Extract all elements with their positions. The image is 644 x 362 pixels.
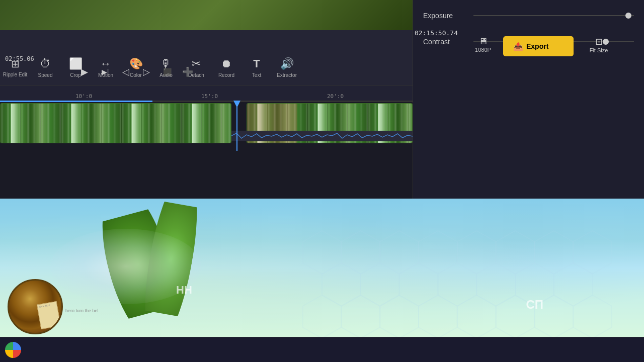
- svg-marker-0: [303, 231, 342, 274]
- svg-marker-10: [399, 263, 438, 306]
- video-clip-left[interactable]: [0, 103, 231, 143]
- color-label: Color: [130, 72, 142, 78]
- fit-size-button[interactable]: ⊡ Fit Size: [584, 36, 614, 53]
- export-button[interactable]: 📤 Export: [503, 36, 574, 56]
- svg-marker-3: [419, 231, 457, 274]
- exposure-label: Exposure: [423, 12, 463, 20]
- svg-marker-16: [341, 295, 380, 337]
- detach-icon: ✂: [192, 57, 201, 70]
- left-timecode-value: 02:55.06: [5, 55, 34, 62]
- ruler-mark-1: 10':0: [75, 93, 92, 100]
- svg-marker-11: [438, 263, 476, 306]
- playhead[interactable]: [236, 101, 237, 151]
- fit-size-label: Fit Size: [590, 47, 608, 53]
- text-icon: T: [253, 57, 260, 70]
- svg-marker-15: [303, 295, 342, 337]
- video-preview-image: [0, 0, 413, 30]
- svg-marker-22: [573, 295, 612, 337]
- taskbar: [0, 337, 644, 362]
- speed-button[interactable]: ⏱ Speed: [30, 52, 60, 82]
- detach-button[interactable]: ✂ Detach: [181, 52, 211, 82]
- svg-marker-1: [341, 231, 380, 274]
- audio-icon: 🎙: [160, 57, 172, 70]
- ripple-edit-label: Ripple Edit: [3, 72, 27, 77]
- fit-size-icon: ⊡: [595, 36, 603, 47]
- vinyl-caption-text: hero turn the bel: [65, 308, 99, 313]
- text-button[interactable]: T Text: [242, 52, 272, 82]
- exposure-row: Exposure: [423, 8, 634, 24]
- desktop-wallpaper: HH СП: [0, 199, 644, 337]
- svg-marker-12: [476, 263, 515, 306]
- svg-marker-18: [419, 295, 457, 337]
- toolbar: ▶ ▶| ◁ ▷ ⬛ ➕ ⊞ Ripple Edit ⏱ Speed ⬜ Cro…: [0, 30, 413, 85]
- text-label: Text: [252, 72, 261, 78]
- timecode-value: 02:15:50.74: [415, 29, 458, 37]
- svg-marker-2: [380, 231, 419, 274]
- timeline-ruler: 10':0 15':0 20':0 25':0 30':0: [0, 85, 413, 101]
- exposure-thumb[interactable]: [625, 13, 631, 19]
- export-icon: 📤: [513, 42, 523, 51]
- quality-button[interactable]: 🖥 1080P: [468, 36, 498, 53]
- svg-marker-4: [457, 231, 496, 274]
- extractor-label: Extractor: [277, 72, 297, 78]
- detach-label: Detach: [188, 72, 204, 78]
- svg-marker-9: [361, 263, 399, 306]
- svg-marker-17: [380, 295, 419, 337]
- timecode-display: 02:15:50.74: [415, 29, 458, 37]
- audio-button[interactable]: 🎙 Audio: [151, 52, 181, 82]
- video-track[interactable]: [0, 101, 413, 151]
- speed-icon: ⏱: [40, 57, 51, 70]
- vinyl-caption: hero turn the bel: [65, 308, 99, 314]
- book-text: BOOK TEXT: [38, 303, 55, 308]
- speed-label: Speed: [38, 72, 53, 78]
- crop-button[interactable]: ⬜ Crop: [60, 52, 91, 82]
- timeline-progress: [0, 101, 413, 102]
- record-label: Record: [218, 72, 234, 78]
- color-button[interactable]: 🎨 Color: [121, 52, 151, 82]
- exposure-slider[interactable]: [473, 15, 634, 16]
- audio-label: Audio: [159, 72, 173, 78]
- motion-label: Motion: [98, 72, 113, 78]
- motion-icon: ↔: [100, 57, 111, 70]
- svg-marker-6: [534, 231, 573, 274]
- audio-track: [231, 131, 413, 141]
- record-icon: ⏺: [221, 57, 232, 70]
- svg-marker-14: [554, 263, 593, 306]
- svg-marker-5: [496, 231, 535, 274]
- left-timecode: 02:55.06: [5, 55, 34, 62]
- waveform-svg: [231, 131, 413, 141]
- contrast-label: Contrast: [423, 38, 463, 46]
- crop-icon: ⬜: [69, 57, 83, 70]
- extractor-icon: 🔊: [280, 57, 294, 70]
- quality-icon: 🖥: [478, 36, 488, 47]
- timeline-area[interactable]: 10':0 15':0 20':0 25':0 30':0: [0, 85, 413, 211]
- vinyl-inner: BOOK TEXT: [9, 281, 61, 333]
- extractor-button[interactable]: 🔊 Extractor: [272, 52, 302, 82]
- video-preview: [0, 0, 413, 30]
- ruler-mark-3: 20':0: [327, 93, 344, 100]
- book-element: BOOK TEXT: [37, 301, 61, 329]
- playhead-indicator: [233, 101, 240, 108]
- quality-label: 1080P: [475, 47, 491, 53]
- svg-marker-8: [322, 263, 361, 306]
- hex-pattern-svg: [258, 199, 644, 337]
- color-icon: 🎨: [129, 57, 143, 70]
- export-label: Export: [526, 42, 548, 50]
- vinyl-record-widget: BOOK TEXT: [8, 279, 63, 334]
- motion-button[interactable]: ↔ Motion: [91, 52, 121, 82]
- browser-icon[interactable]: [5, 342, 21, 358]
- ruler-mark-2: 15':0: [201, 93, 218, 100]
- cloud-effect: [50, 229, 201, 304]
- chem-text-cn: СП: [526, 298, 543, 312]
- svg-marker-19: [457, 295, 496, 337]
- record-button[interactable]: ⏺ Record: [211, 52, 242, 82]
- svg-marker-7: [573, 231, 612, 274]
- crop-label: Crop: [70, 72, 81, 78]
